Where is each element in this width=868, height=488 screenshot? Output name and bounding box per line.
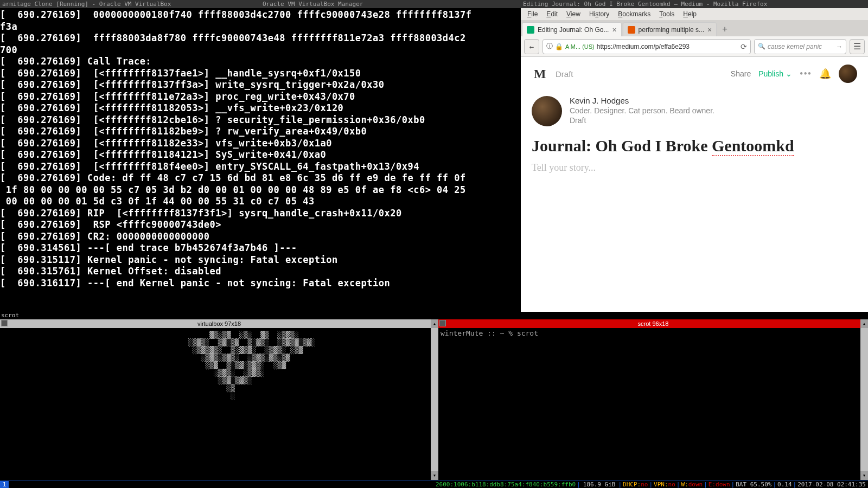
scrollbar[interactable]: [431, 328, 438, 471]
menu-tools[interactable]: Tools: [655, 9, 679, 19]
terminal-left-title[interactable]: virtualbox 97x18: [0, 319, 438, 328]
i3-status-bar: 1 2600:1006:b118:ddb8:75a4:f840:b559:ffb…: [0, 480, 868, 488]
workspace-indicator[interactable]: 1: [0, 481, 9, 488]
tab-medium-editor[interactable]: Editing Journal: Oh Go... ×: [522, 22, 622, 36]
eth-label: E:: [709, 481, 716, 488]
author-bio: Coder. Designer. Cat person. Beard owner…: [570, 106, 714, 115]
publish-button[interactable]: Publish⌄: [758, 69, 792, 78]
story-body-placeholder[interactable]: Tell your story...: [521, 156, 868, 180]
author-meta: Draft: [570, 116, 714, 125]
hamburger-menu[interactable]: ☰: [850, 39, 865, 54]
story-title[interactable]: Journal: Oh God I Broke Gentoomkd: [521, 136, 868, 156]
separator: |: [617, 481, 623, 488]
terminal-right[interactable]: scrot 96x18 ▴ winterMute :: ~ % scrot ▾: [438, 319, 868, 480]
scrot-label: scrot: [0, 312, 868, 319]
menu-bookmarks[interactable]: Bookmarks: [614, 9, 655, 19]
firefox-menubar: File Edit View History Bookmarks Tools H…: [521, 8, 868, 20]
tab-close-icon[interactable]: ×: [707, 25, 712, 34]
separator: |: [703, 481, 709, 488]
search-go-icon[interactable]: →: [836, 43, 843, 50]
author-block: Kevin J. Hodges Coder. Designer. Cat per…: [521, 91, 868, 136]
tab-close-icon[interactable]: ×: [612, 25, 616, 34]
vm-window-title: armitage Clone [Running] - Oracle VM Vir…: [0, 0, 260, 8]
url-text[interactable]: https://medium.com/p/effa6e293: [597, 43, 738, 50]
tmux-pane-icon: [1, 320, 8, 326]
lock-icon: 🔒: [555, 43, 563, 50]
search-engine-icon[interactable]: 🔍: [758, 43, 765, 50]
tab-label: performing multiple s...: [639, 26, 704, 34]
tmux-pane-icon: [439, 320, 446, 326]
firefox-window-title: Editing Journal: Oh God I Broke Gentoomk…: [521, 0, 868, 8]
url-bar[interactable]: ⓘ 🔒 A M... (US) https://medium.com/p/eff…: [542, 39, 751, 54]
dhcp-value: no: [641, 481, 648, 488]
ask-favicon: [628, 26, 635, 34]
battery-status: BAT 65.50%: [736, 481, 771, 488]
terminal-left-body[interactable]: ▓▒░▒▓ ░▒░ ▓▒ ░▒▓▒░ ░▒▓▒░ ▒▓░▒▓ ▒░▓▒░ ░▒▓…: [0, 328, 438, 471]
shell-prompt: winterMute :: ~ % scrot: [441, 329, 538, 337]
dhcp-label: DHCP:: [623, 481, 641, 488]
chevron-down-icon: ⌄: [786, 69, 792, 78]
draft-status-label: Draft: [556, 69, 573, 79]
tab-label: Editing Journal: Oh Go...: [538, 26, 609, 34]
scroll-down-icon[interactable]: ▾: [860, 471, 868, 480]
more-actions-button[interactable]: •••: [800, 68, 812, 80]
site-info-icon[interactable]: ⓘ: [546, 42, 553, 51]
window-titlebar-row: armitage Clone [Running] - Oracle VM Vir…: [0, 0, 868, 8]
notifications-icon[interactable]: 🔔: [819, 68, 831, 80]
separator: |: [648, 481, 654, 488]
separator: |: [771, 481, 777, 488]
separator: |: [576, 481, 582, 488]
spellcheck-squiggle: Gentoomkd: [712, 137, 794, 156]
vpn-value: no: [668, 481, 675, 488]
memory-usage: 186.9 GiB: [582, 481, 617, 488]
medium-favicon: [527, 26, 534, 34]
eth-value: down: [716, 481, 730, 488]
author-avatar[interactable]: [532, 96, 562, 126]
ipv6-address: 2600:1006:b118:ddb8:75a4:f840:b559:ffb0: [436, 481, 576, 488]
medium-topbar: M Draft Share Publish⌄ ••• 🔔: [521, 57, 868, 91]
search-text[interactable]: cause kernel panic: [768, 43, 834, 50]
author-name[interactable]: Kevin J. Hodges: [570, 96, 714, 105]
firefox-toolbar: ← ⓘ 🔒 A M... (US) https://medium.com/p/e…: [521, 36, 868, 57]
vpn-label: VPN:: [654, 481, 668, 488]
user-avatar[interactable]: [839, 65, 857, 83]
separator: |: [675, 481, 681, 488]
separator: |: [792, 481, 798, 488]
terminal-left[interactable]: virtualbox 97x18 ▴ ▓▒░▒▓ ░▒░ ▓▒ ░▒▓▒░ ░▒…: [0, 319, 438, 480]
terminal-right-title[interactable]: scrot 96x18: [438, 319, 868, 328]
menu-edit[interactable]: Edit: [542, 9, 562, 19]
menu-history[interactable]: History: [585, 9, 614, 19]
date-time: 2017-02-08 02:41:35: [797, 481, 868, 488]
new-tab-button[interactable]: +: [718, 22, 732, 36]
menu-view[interactable]: View: [562, 9, 585, 19]
vbox-manager-title: Oracle VM VirtualBox Manager: [260, 0, 521, 8]
tab-askubuntu[interactable]: performing multiple s... ×: [623, 22, 717, 36]
vm-console[interactable]: [ 690.276169] 0000000000180f740 ffff8800…: [0, 8, 521, 312]
terminal-right-body[interactable]: winterMute :: ~ % scrot: [438, 328, 868, 471]
scroll-down-icon[interactable]: ▾: [431, 471, 438, 480]
firefox-browser: File Edit View History Bookmarks Tools H…: [521, 8, 868, 312]
scroll-up-icon[interactable]: ▴: [431, 319, 438, 328]
ascii-art-noise: ▓▒░▒▓ ░▒░ ▓▒ ░▒▓▒░ ░▒▓▒░ ▒▓░▒▓ ▒░▓▒░ ░▒▓…: [163, 331, 316, 400]
menu-file[interactable]: File: [523, 9, 542, 19]
separator: |: [730, 481, 736, 488]
site-identity: A M... (US): [565, 43, 595, 50]
wifi-label: W:: [681, 481, 688, 488]
load-average: 0.14: [777, 481, 792, 488]
back-button[interactable]: ←: [524, 39, 539, 54]
menu-help[interactable]: Help: [679, 9, 701, 19]
firefox-tabstrip: Editing Journal: Oh Go... × performing m…: [521, 20, 868, 36]
title-text: Journal: Oh God I Broke: [532, 137, 712, 155]
search-bar[interactable]: 🔍 cause kernel panic →: [754, 39, 846, 54]
share-button[interactable]: Share: [731, 69, 751, 78]
medium-editor-page: M Draft Share Publish⌄ ••• 🔔 Kevin J. Ho…: [521, 57, 868, 312]
scroll-up-icon[interactable]: ▴: [860, 319, 868, 328]
scrollbar[interactable]: [860, 328, 868, 471]
medium-logo-icon[interactable]: M: [532, 66, 548, 82]
wifi-value: down: [688, 481, 703, 488]
reload-icon[interactable]: ⟳: [741, 42, 747, 51]
